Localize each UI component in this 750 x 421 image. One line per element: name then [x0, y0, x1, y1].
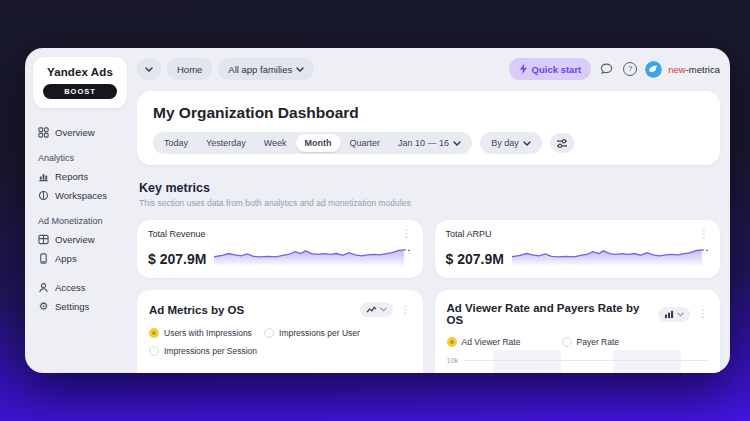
user-avatar[interactable] [645, 61, 662, 78]
help-button[interactable]: ? [621, 60, 639, 78]
line-chart-icon [366, 305, 377, 314]
radio-unselected-icon [149, 346, 159, 356]
sidebar-nav: Overview Analytics Reports Workspaces Ad… [33, 123, 132, 316]
app-window: Yandex Ads BOOST Overview Analytics Repo… [25, 48, 730, 373]
sidebar-item-reports[interactable]: Reports [38, 167, 132, 186]
app-families-dropdown[interactable]: All app families [218, 58, 314, 80]
sidebar-item-workspaces[interactable]: Workspaces [38, 186, 132, 205]
tab-yesterday[interactable]: Yesterday [197, 134, 255, 152]
chevron-down-icon [296, 67, 304, 72]
arpu-sparkline [512, 241, 709, 267]
key-metrics-section-header: Key metrics This section uses data from … [139, 181, 718, 208]
total-revenue-card[interactable]: Total Revenue ⋮ $ 207.9M [137, 220, 423, 278]
logo-card[interactable]: Yandex Ads BOOST [33, 57, 127, 108]
chat-button[interactable] [597, 60, 615, 78]
legend-label: Impressions per Session [164, 346, 257, 356]
chart-title: Ad Viewer Rate and Payers Rate by OS [447, 302, 651, 326]
legend-impressions-per-user[interactable]: Impressions per User [264, 328, 379, 338]
date-range-label: Jan 10 — 16 [398, 138, 449, 148]
filters-row: Today Yesterday Week Month Quarter Jan 1… [153, 132, 704, 154]
sidebar: Yandex Ads BOOST Overview Analytics Repo… [25, 48, 132, 373]
home-label: Home [177, 64, 202, 75]
filter-settings-button[interactable] [550, 133, 574, 153]
sidebar-item-label: Workspaces [55, 190, 107, 201]
chart-title: Ad Metrics by OS [149, 304, 352, 316]
sidebar-item-label: Apps [55, 253, 77, 264]
user-name-rest: -metrica [686, 64, 720, 75]
date-range-dropdown[interactable]: Jan 10 — 16 [389, 134, 470, 152]
chevron-down-icon [380, 307, 387, 312]
metric-value: $ 207.9M [446, 251, 504, 267]
quick-start-button[interactable]: Quick start [509, 58, 592, 80]
sidebar-item-label: Access [55, 282, 86, 293]
legend-users-with-impressions[interactable]: Users with Impressions [149, 328, 264, 338]
legend-label: Users with Impressions [164, 328, 252, 338]
chevron-down-icon [453, 141, 461, 146]
tab-week[interactable]: Week [255, 134, 296, 152]
sidebar-item-apps[interactable]: Apps [38, 249, 132, 268]
sidebar-section-ad-monetization: Ad Monetization [38, 216, 132, 226]
kebab-menu-icon[interactable]: ⋮ [699, 229, 709, 239]
sidebar-item-access[interactable]: Access [38, 278, 132, 297]
boost-badge: BOOST [43, 84, 117, 99]
ad-metrics-by-os-card: Ad Metrics by OS ⋮ Users with Impression… [137, 290, 423, 373]
sidebar-item-label: Overview [55, 234, 95, 245]
question-mark-icon: ? [623, 62, 637, 76]
total-arpu-card[interactable]: Total ARPU ⋮ $ 207.9M [435, 220, 721, 278]
chevron-down-icon [523, 141, 531, 146]
legend-ad-viewer-rate[interactable]: Ad Viewer Rate [447, 337, 562, 347]
legend-impressions-per-session[interactable]: Impressions per Session [149, 346, 264, 356]
radio-unselected-icon [562, 337, 572, 347]
radio-selected-icon [149, 328, 159, 338]
tab-month[interactable]: Month [296, 134, 341, 152]
quick-start-label: Quick start [532, 64, 582, 75]
phone-icon [38, 253, 49, 264]
radio-selected-icon [447, 337, 457, 347]
sidebar-item-overview[interactable]: Overview [38, 123, 132, 142]
ad-viewer-payer-rate-card: Ad Viewer Rate and Payers Rate by OS ⋮ A… [435, 290, 721, 373]
granularity-dropdown[interactable]: By day [482, 134, 540, 152]
kebab-menu-icon[interactable]: ⋮ [401, 305, 411, 315]
radio-unselected-icon [264, 328, 274, 338]
grid-icon [38, 127, 49, 138]
metric-label: Total Revenue [148, 229, 206, 239]
user-name[interactable]: new -metrica [668, 64, 720, 75]
chart-type-selector[interactable] [360, 302, 393, 317]
sidebar-item-settings[interactable]: ⚙ Settings [38, 297, 132, 316]
person-icon [38, 282, 49, 293]
legend-label: Payer Rate [577, 337, 620, 347]
metric-label: Total ARPU [446, 229, 492, 239]
y-axis-row: 10k [447, 356, 709, 365]
bar-chart-icon [38, 171, 49, 182]
sidebar-section-analytics: Analytics [38, 153, 132, 163]
chevron-down-icon [145, 67, 153, 72]
workspaces-icon [38, 190, 49, 201]
tab-today[interactable]: Today [155, 134, 197, 152]
kebab-menu-icon[interactable]: ⋮ [698, 309, 708, 319]
granularity-control: By day [480, 132, 542, 154]
kebab-menu-icon[interactable]: ⋮ [402, 229, 412, 239]
sidebar-item-label: Overview [55, 127, 95, 138]
granularity-label: By day [491, 138, 519, 148]
chart-legend: Ad Viewer Rate Payer Rate [447, 337, 709, 347]
legend-label: Impressions per User [279, 328, 360, 338]
app-families-label: All app families [228, 64, 292, 75]
topbar: Home All app families Quick start ? new [137, 58, 720, 80]
main-content: Home All app families Quick start ? new [132, 48, 730, 373]
chart-cards-row: Ad Metrics by OS ⋮ Users with Impression… [137, 290, 720, 373]
chart-type-selector[interactable] [658, 307, 690, 322]
collapse-sidebar-button[interactable] [137, 58, 161, 80]
date-range-segmented-control: Today Yesterday Week Month Quarter Jan 1… [153, 132, 472, 154]
user-name-highlight: new [668, 64, 685, 75]
tab-quarter[interactable]: Quarter [341, 134, 390, 152]
legend-payer-rate[interactable]: Payer Rate [562, 337, 677, 347]
chart-legend: Users with Impressions Impressions per U… [149, 328, 411, 356]
metric-cards-row: Total Revenue ⋮ $ 207.9M Total ARPU ⋮ [137, 220, 720, 278]
sliders-icon [556, 138, 568, 149]
bar-chart-icon [664, 310, 674, 319]
gridline [464, 360, 708, 361]
lightning-icon [519, 63, 528, 75]
sidebar-item-overview-monetization[interactable]: Overview [38, 230, 132, 249]
home-button[interactable]: Home [167, 58, 212, 80]
legend-label: Ad Viewer Rate [462, 337, 521, 347]
